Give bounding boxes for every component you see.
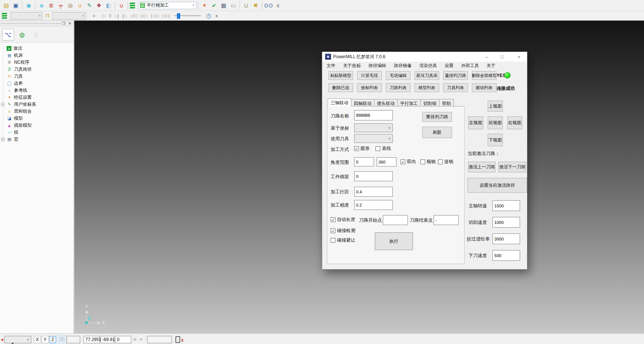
block-tool-icon[interactable]: ◧ (104, 1, 113, 10)
feed-rate-icon[interactable]: ≣ (47, 1, 56, 10)
toolpath-start-input[interactable] (383, 215, 408, 225)
speed-input-切削速度[interactable] (492, 217, 520, 228)
checkbox-icon[interactable]: ✓ (331, 228, 335, 233)
collision-check-checkbox[interactable]: ✓ 碰撞检测 (331, 228, 355, 234)
checkbox-icon[interactable] (420, 159, 425, 164)
dialog-button-模型列表[interactable]: 模型列表 (414, 83, 439, 92)
tree-item-levels-sets[interactable]: ≡层和组合 (0, 108, 74, 115)
menu-item-渲染仿真[interactable]: 渲染仿真 (419, 63, 437, 69)
view-left-button[interactable]: 左视图 (468, 116, 483, 129)
rewind-button[interactable]: ◁◁ (129, 12, 138, 20)
tree-item-groups[interactable]: ▱组 (0, 129, 74, 136)
coord-field-x[interactable]: 77.2951 (83, 336, 100, 343)
climb-mill-checkbox[interactable]: 顺铣 (420, 159, 436, 165)
activate-next-toolpath-button[interactable]: 激活下一刀路 (498, 162, 526, 172)
menu-item-关于[interactable]: 关于 (487, 63, 495, 69)
menu-item-文件[interactable]: 文件 (327, 63, 335, 69)
rapid-heights-icon[interactable]: ╤ (56, 1, 65, 10)
block-icon[interactable]: ◆ (37, 1, 46, 10)
sort-list-icon[interactable]: ≡ (134, 337, 136, 342)
transform-arrows-icon[interactable]: ✖ (251, 1, 260, 10)
bidirectional-checkbox[interactable]: ✓ 双向 (401, 159, 416, 165)
play-button[interactable]: ▷ (101, 12, 107, 20)
view-top-button[interactable]: 上视图 (488, 101, 503, 112)
expand-plus-icon[interactable]: + (1, 138, 4, 141)
refresh-button[interactable]: 刷新 (422, 127, 452, 138)
checkbox-icon[interactable]: ✓ (354, 146, 359, 151)
dialog-button-毛坯编辑[interactable]: 毛坯编辑 (386, 71, 410, 80)
sim-toolbar-close-button[interactable]: x (213, 13, 220, 18)
axis-toggle-X[interactable]: X (34, 336, 41, 343)
dialog-button-重排列刀路[interactable]: 重排列刀路 (443, 71, 468, 80)
tool-holder-icon[interactable]: ∪ (117, 1, 126, 10)
speed-input-掠过进给率[interactable] (492, 234, 520, 244)
ruler-icon[interactable]: ▭ (229, 1, 238, 10)
go-to-end-button[interactable]: ▷▷| (161, 12, 171, 20)
checkbox-icon[interactable] (438, 159, 443, 164)
auto-length-checkbox[interactable]: ✓ 自动长度 (331, 217, 355, 223)
step-forward-button[interactable]: |▷ (121, 12, 128, 20)
axis-toggle-Z[interactable]: Z (49, 336, 56, 343)
open-project-icon[interactable]: ▤ (2, 1, 11, 10)
checkbox-icon[interactable] (331, 238, 335, 243)
tree-item-nc-programs[interactable]: ⚙NC程序 (0, 59, 74, 66)
tree-item-feature-sets[interactable]: ✦特征设置 (0, 94, 74, 101)
tree-item-toolpaths[interactable]: ☰刀具路径 (0, 66, 74, 73)
tree-item-activate[interactable]: >激活 (0, 45, 74, 52)
activate-prev-toolpath-button[interactable]: 激活上一刀路 (468, 162, 495, 172)
sim-toolpath-combo[interactable]: ˅ (10, 12, 43, 20)
explorer-tab-tree[interactable]: ⌥ (2, 29, 14, 41)
print-icon[interactable]: ◉ (24, 1, 33, 10)
set-active-path-button[interactable]: 设置当前激活路径 (467, 178, 527, 193)
grid-toggle-button[interactable] (58, 335, 66, 343)
dialog-button-坐标列表[interactable]: 坐标列表 (357, 83, 382, 92)
step-back-button[interactable]: ◁| (113, 12, 120, 20)
door-monitor-icon[interactable]: ‖ (175, 336, 180, 343)
tree-item-patterns[interactable]: ≈参考线 (0, 87, 74, 94)
toolbar-close-button[interactable]: x (274, 1, 282, 10)
go-to-start-button[interactable]: |◁◁ (149, 12, 160, 20)
pattern-icon[interactable]: ❖ (95, 1, 103, 10)
view-front-button[interactable]: 前视图 (488, 116, 503, 129)
tab-四轴联动[interactable]: 四轴联动 (351, 99, 374, 106)
tool-pair-icon[interactable]: ⊔ (242, 1, 250, 10)
sim-tool-combo[interactable]: ˅ (52, 12, 86, 20)
coord-field-y[interactable]: -69.918 (100, 336, 114, 343)
close-button[interactable]: × (513, 52, 524, 62)
speed-input-下刀速度[interactable] (492, 250, 520, 261)
conventional-mill-checkbox[interactable]: 逆铣 (438, 159, 453, 165)
lightbulb-icon[interactable]: ● (90, 12, 99, 20)
line-checkbox[interactable]: 直线 (376, 145, 391, 152)
dialog-button-粘贴新模型[interactable]: 粘贴新模型 (328, 71, 353, 80)
explorer-panel-header[interactable]: ❐ ✕ (0, 21, 74, 27)
toolpath-burn-icon[interactable]: ✶ (200, 1, 209, 10)
coord-field-z[interactable]: 0 (115, 336, 131, 343)
measure-field[interactable] (147, 336, 172, 343)
angle-to-input[interactable] (377, 157, 396, 166)
collision-avoid-checkbox[interactable]: 碰撞避让 (331, 237, 355, 243)
tree-item-stock-models[interactable]: ▲残留模型 (0, 122, 74, 129)
dialog-button-驱动列表[interactable]: 驱动列表 (472, 83, 497, 92)
tree-item-machine-tool[interactable]: ▦机床 (0, 52, 74, 59)
leads-links-icon[interactable]: ∪ (75, 1, 84, 10)
binoculars-icon[interactable]: ⊙⊙ (264, 1, 273, 10)
minimize-button[interactable]: – (481, 52, 492, 62)
based-coord-combo[interactable]: ˅ (354, 123, 393, 132)
panel-float-icon[interactable]: ❐ (61, 21, 66, 26)
statusbar-combo[interactable]: ˅ (4, 336, 31, 343)
checkbox-icon[interactable]: ✓ (331, 217, 335, 222)
use-tool-combo[interactable]: ˅ (354, 134, 393, 143)
tab-三轴联动[interactable]: 三轴联动 (328, 98, 351, 106)
checkbox-icon[interactable] (376, 146, 380, 151)
explorer-tab-world[interactable]: ◍ (16, 29, 28, 41)
speed-input-主轴转速[interactable] (492, 200, 520, 211)
tab-帮助[interactable]: 帮助 (439, 99, 454, 106)
clock-icon[interactable]: ◷ (204, 12, 213, 20)
panel-close-icon[interactable]: ✕ (67, 21, 72, 26)
view-bottom-button[interactable]: 下视图 (488, 134, 503, 146)
maximize-button[interactable]: □ (497, 52, 508, 62)
sim-speed-slider[interactable] (174, 15, 201, 16)
expand-plus-icon[interactable]: + (1, 103, 4, 106)
dialog-button-计算毛坯[interactable]: 计算毛坯 (357, 71, 382, 80)
menu-item-关于坐标[interactable]: 关于坐标 (343, 63, 361, 69)
